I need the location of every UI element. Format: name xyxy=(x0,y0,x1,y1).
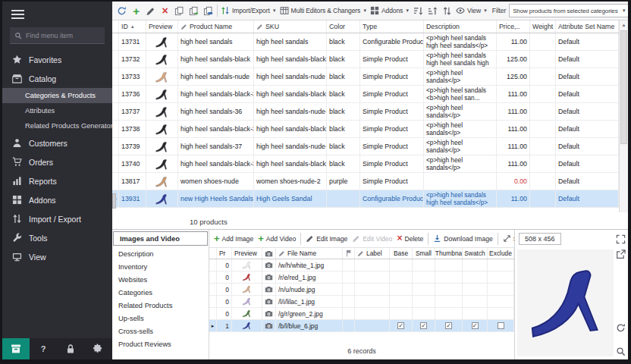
column-header-price[interactable]: Price,.. xyxy=(497,20,530,33)
addons-button[interactable]: Addons▼ xyxy=(370,6,410,15)
product-row-13817[interactable]: 13817women shoes-nudewomen shoes-nude-2p… xyxy=(112,173,619,190)
column-header-thumbnail[interactable]: Thumbna xyxy=(435,248,463,259)
product-row-13740[interactable]: 13740high heel sandals-black-38high heel… xyxy=(112,155,619,173)
tab-categories[interactable]: Categories xyxy=(112,286,209,299)
image-base-cell[interactable]: ✓ xyxy=(390,320,413,332)
image-thumbnail-cell[interactable]: ✓ xyxy=(435,320,463,332)
set-resize-rule-button[interactable]: Set Resize Rule xyxy=(503,234,514,243)
sidebar-item-catalog[interactable]: Catalog xyxy=(2,69,112,88)
image-row-2[interactable]: 0/r/e/red_1.jpg xyxy=(209,271,514,284)
sort-ascending-icon[interactable] xyxy=(413,5,424,17)
menu-search-input[interactable] xyxy=(26,32,100,39)
product-row-13739[interactable]: 13739high heel sandals-37high heel sanda… xyxy=(112,138,619,155)
image-camera-cell[interactable] xyxy=(262,308,276,320)
image-thumbnail-cell[interactable] xyxy=(435,296,463,308)
sidebar-item-categories-products[interactable]: Categories & Products xyxy=(2,88,112,103)
column-header-camera[interactable] xyxy=(262,248,276,259)
product-image[interactable] xyxy=(517,249,614,356)
image-row-3[interactable]: 0/n/u/nude.jpg xyxy=(209,284,514,296)
image-exclude-cell[interactable] xyxy=(488,284,514,296)
tab-product-reviews[interactable]: Product Reviews xyxy=(112,337,209,350)
image-thumbnail-cell[interactable] xyxy=(435,308,463,320)
sidebar-item-customers[interactable]: Customers xyxy=(2,133,112,152)
image-base-cell[interactable] xyxy=(390,259,413,271)
zoom-icon[interactable] xyxy=(616,346,626,356)
base-checkbox[interactable]: ✓ xyxy=(397,322,404,329)
image-small-cell[interactable]: ✓ xyxy=(413,320,435,332)
sidebar-item-related-products-generator[interactable]: Related Products Generator xyxy=(2,118,112,133)
image-base-cell[interactable] xyxy=(390,296,413,308)
scroll-up-arrow-icon[interactable]: ▲ xyxy=(620,20,628,30)
image-base-cell[interactable] xyxy=(390,308,413,320)
product-row-13736[interactable]: 13736high heel sandals-black-36high heel… xyxy=(112,86,619,103)
image-base-cell[interactable] xyxy=(390,271,413,284)
image-camera-cell[interactable] xyxy=(262,259,276,271)
column-header-product-name[interactable]: Product Name xyxy=(178,20,254,33)
refresh-icon[interactable] xyxy=(116,5,127,17)
tab-cross-sells[interactable]: Cross-sells xyxy=(112,325,209,337)
column-header-color[interactable]: Color xyxy=(327,20,360,33)
delete-product-icon[interactable]: × xyxy=(159,5,171,17)
image-small-cell[interactable] xyxy=(413,271,435,284)
image-exclude-cell[interactable] xyxy=(488,320,514,332)
camera-icon[interactable] xyxy=(265,273,273,281)
duplicate-icon[interactable] xyxy=(188,5,199,17)
product-row-13931[interactable]: ▸13931new High Heels SandalsHigh Geels S… xyxy=(112,190,619,208)
sidebar-item-reports[interactable]: Reports xyxy=(2,171,112,190)
lock-icon[interactable] xyxy=(57,338,84,359)
column-header-preview[interactable]: Preview xyxy=(146,20,178,33)
product-row-13738[interactable]: 13738high heel sandals-black-37high heel… xyxy=(112,121,619,138)
image-swatch-cell[interactable] xyxy=(463,308,488,320)
sidebar-item-tools[interactable]: Tools xyxy=(2,228,112,247)
column-header-type[interactable]: Type xyxy=(360,20,424,33)
image-small-cell[interactable] xyxy=(413,296,435,308)
image-camera-cell[interactable] xyxy=(262,320,276,332)
product-row-13731[interactable]: 13731high heel sandalshigh heel sandalsb… xyxy=(112,33,619,51)
edit-video-button[interactable]: Edit Video xyxy=(352,234,392,243)
image-exclude-cell[interactable] xyxy=(488,296,514,308)
image-exclude-cell[interactable] xyxy=(488,271,514,284)
sidebar-item-attributes[interactable]: Attributes xyxy=(2,103,112,118)
image-thumbnail-cell[interactable] xyxy=(435,259,463,271)
sidebar-item-view[interactable]: View xyxy=(2,247,112,266)
camera-icon[interactable] xyxy=(265,297,273,306)
column-header-label[interactable]: Label xyxy=(355,248,390,259)
image-swatch-cell[interactable] xyxy=(463,259,488,271)
image-row-5[interactable]: 0/g/r/green_2.jpg xyxy=(209,308,514,320)
thumbnail-checkbox[interactable]: ✓ xyxy=(445,322,452,329)
download-image-button[interactable]: Download Image xyxy=(433,234,493,243)
column-header-description[interactable]: Description xyxy=(424,20,497,33)
product-row-13732[interactable]: 13732high heel sandals-blackhigh heel sa… xyxy=(112,51,619,68)
store-manager-icon[interactable] xyxy=(2,338,30,359)
vertical-scrollbar[interactable]: ▲ xyxy=(619,20,628,212)
hamburger-menu-icon[interactable] xyxy=(2,2,112,26)
sort-descending-icon[interactable] xyxy=(427,5,438,17)
add-video-button[interactable]: +Add Video xyxy=(258,234,296,243)
image-thumbnail-cell[interactable] xyxy=(435,284,463,296)
image-row-6[interactable]: ▸1/b/l/blue_6.jpg✓✓✓✓ xyxy=(209,320,514,332)
image-swatch-cell[interactable] xyxy=(463,284,488,296)
image-small-cell[interactable] xyxy=(413,284,435,296)
multi-editors-button[interactable]: Multi Editors & Changers▼ xyxy=(280,6,367,15)
copy-icon[interactable] xyxy=(174,5,185,17)
image-camera-cell[interactable] xyxy=(262,296,276,308)
exclude-checkbox[interactable] xyxy=(498,322,504,329)
image-swatch-cell[interactable] xyxy=(463,296,488,308)
image-small-cell[interactable] xyxy=(413,259,435,271)
view-button[interactable]: View▼ xyxy=(456,6,488,15)
product-row-13737[interactable]: 13737high heel sandals-36high heel sanda… xyxy=(112,103,619,121)
column-header-attribute-set[interactable]: Attribute Set Name xyxy=(556,20,619,33)
image-camera-cell[interactable] xyxy=(262,284,276,296)
filter-select[interactable]: Show products from selected categories▼ xyxy=(509,4,628,17)
camera-icon[interactable] xyxy=(265,322,273,330)
image-exclude-cell[interactable] xyxy=(488,308,514,320)
image-row-4[interactable]: 0/l/i/lilac_1.jpg xyxy=(209,296,514,308)
tab-websites[interactable]: Websites xyxy=(112,273,209,286)
column-header-file-name[interactable]: File Name xyxy=(276,248,343,259)
panel-splitter-handle[interactable] xyxy=(112,193,116,209)
open-in-new-window-icon[interactable] xyxy=(616,249,626,259)
tab-up-sells[interactable]: Up-sells xyxy=(112,312,209,325)
small-checkbox[interactable]: ✓ xyxy=(420,322,427,329)
image-swatch-cell[interactable] xyxy=(463,271,488,284)
fullscreen-icon[interactable] xyxy=(616,234,626,243)
